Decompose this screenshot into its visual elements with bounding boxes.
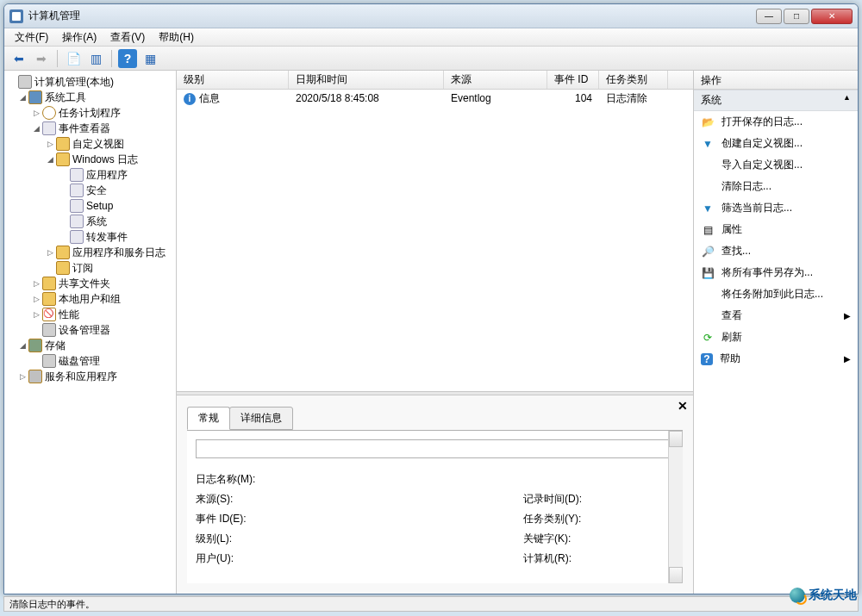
tree-storage[interactable]: ◢存储 bbox=[4, 338, 176, 353]
toggle-icon[interactable]: ◢ bbox=[46, 155, 54, 164]
action-refresh[interactable]: ⟳刷新 bbox=[694, 327, 858, 348]
tree-system-tools[interactable]: ◢系统工具 bbox=[4, 90, 176, 105]
help-icon: ? bbox=[701, 353, 713, 365]
action-find[interactable]: 🔎查找... bbox=[694, 240, 858, 262]
chevron-right-icon: ▶ bbox=[844, 311, 851, 320]
col-datetime[interactable]: 日期和时间 bbox=[289, 71, 444, 89]
col-level[interactable]: 级别 bbox=[177, 71, 289, 89]
action-attach-task[interactable]: 将任务附加到此日志... bbox=[694, 283, 858, 305]
show-hide-tree-button[interactable]: ▥ bbox=[86, 49, 105, 68]
tab-general[interactable]: 常规 bbox=[187, 407, 230, 430]
tree-disk-mgmt[interactable]: 磁盘管理 bbox=[4, 353, 176, 369]
action-create-custom-view[interactable]: ▼创建自定义视图... bbox=[694, 133, 858, 154]
tree-shared-folders[interactable]: ▷共享文件夹 bbox=[4, 276, 176, 291]
subscriptions-icon bbox=[56, 261, 70, 275]
log-icon bbox=[70, 230, 84, 244]
menubar: 文件(F) 操作(A) 查看(V) 帮助(H) bbox=[4, 28, 858, 47]
menu-file[interactable]: 文件(F) bbox=[8, 28, 55, 47]
center-panel: 级别 日期和时间 来源 事件 ID 任务类别 i信息 2020/5/18 8:4… bbox=[177, 71, 694, 594]
toggle-icon[interactable] bbox=[8, 78, 16, 86]
col-category[interactable]: 任务类别 bbox=[599, 71, 668, 89]
statusbar: 清除日志中的事件。 bbox=[3, 596, 859, 612]
tree-windows-logs[interactable]: ◢Windows 日志 bbox=[4, 152, 176, 167]
tree-subscriptions[interactable]: 订阅 bbox=[4, 260, 176, 276]
properties-button[interactable]: ▦ bbox=[141, 49, 159, 68]
description-box[interactable] bbox=[196, 439, 674, 458]
menu-view[interactable]: 查看(V) bbox=[103, 28, 152, 47]
blank-icon bbox=[701, 288, 715, 302]
tree-performance[interactable]: ▷性能 bbox=[4, 307, 176, 322]
action-view[interactable]: 查看▶ bbox=[694, 305, 858, 327]
field-source-logged: 来源(S):记录时间(D): bbox=[196, 492, 674, 507]
action-clear-log[interactable]: 清除日志... bbox=[694, 176, 858, 197]
help-button[interactable]: ? bbox=[118, 49, 137, 68]
cell-id: 104 bbox=[547, 91, 599, 105]
close-detail-button[interactable]: ✕ bbox=[678, 399, 688, 413]
log-icon bbox=[70, 168, 84, 182]
tree-log-security[interactable]: 安全 bbox=[4, 183, 176, 198]
minimize-button[interactable]: — bbox=[756, 9, 782, 24]
event-list[interactable]: 级别 日期和时间 来源 事件 ID 任务类别 i信息 2020/5/18 8:4… bbox=[177, 71, 693, 391]
toggle-icon[interactable]: ▷ bbox=[32, 109, 41, 117]
collapse-icon[interactable]: ▲ bbox=[843, 93, 851, 108]
computer-icon bbox=[18, 75, 32, 89]
actions-body: 系统▲ 📂打开保存的日志... ▼创建自定义视图... 导入自定义视图... 清… bbox=[694, 90, 858, 594]
cell-datetime: 2020/5/18 8:45:08 bbox=[289, 91, 444, 105]
menu-help[interactable]: 帮助(H) bbox=[152, 28, 201, 47]
tree-services-apps[interactable]: ▷服务和应用程序 bbox=[4, 369, 176, 384]
tree-log-application[interactable]: 应用程序 bbox=[4, 167, 176, 183]
up-button[interactable]: 📄 bbox=[64, 49, 83, 68]
action-filter-log[interactable]: ▼筛选当前日志... bbox=[694, 197, 858, 219]
field-level-keywords: 级别(L):关键字(K): bbox=[196, 532, 674, 546]
app-icon bbox=[9, 9, 23, 23]
tree-panel[interactable]: 计算机管理(本地) ◢系统工具 ▷任务计划程序 ◢事件查看器 ▷自定义视图 ◢W… bbox=[4, 71, 177, 594]
action-help[interactable]: ?帮助▶ bbox=[694, 348, 858, 370]
blank-icon bbox=[701, 180, 715, 194]
menu-action[interactable]: 操作(A) bbox=[55, 28, 103, 47]
toggle-icon[interactable]: ◢ bbox=[18, 341, 27, 350]
titlebar[interactable]: 计算机管理 — □ ✕ bbox=[4, 4, 858, 28]
toggle-icon[interactable]: ▷ bbox=[18, 372, 27, 381]
tree-custom-views[interactable]: ▷自定义视图 bbox=[4, 136, 176, 152]
tree-event-viewer[interactable]: ◢事件查看器 bbox=[4, 121, 176, 136]
action-properties[interactable]: ▤属性 bbox=[694, 219, 858, 240]
tree-task-scheduler[interactable]: ▷任务计划程序 bbox=[4, 105, 176, 121]
maximize-button[interactable]: □ bbox=[784, 9, 809, 24]
tree-log-forwarded[interactable]: 转发事件 bbox=[4, 229, 176, 245]
detail-panel: ✕ 常规 详细信息 日志名称(M): 来源(S):记录时间(D): 事件 ID(… bbox=[177, 395, 693, 594]
toggle-icon[interactable]: ▷ bbox=[32, 279, 41, 288]
toggle-icon[interactable]: ▷ bbox=[32, 295, 41, 303]
close-button[interactable]: ✕ bbox=[811, 9, 853, 24]
tree-app-service-logs[interactable]: ▷应用程序和服务日志 bbox=[4, 245, 176, 260]
toggle-icon[interactable]: ◢ bbox=[32, 124, 41, 133]
tree-log-setup[interactable]: Setup bbox=[4, 198, 176, 214]
tree-device-manager[interactable]: 设备管理器 bbox=[4, 322, 176, 338]
tree-local-users[interactable]: ▷本地用户和组 bbox=[4, 291, 176, 307]
tree-root[interactable]: 计算机管理(本地) bbox=[4, 74, 176, 90]
actions-group-header[interactable]: 系统▲ bbox=[694, 90, 858, 111]
col-event-id[interactable]: 事件 ID bbox=[547, 71, 599, 89]
forward-button[interactable]: ➡ bbox=[32, 49, 51, 68]
action-save-all[interactable]: 💾将所有事件另存为... bbox=[694, 262, 858, 283]
col-source[interactable]: 来源 bbox=[444, 71, 547, 89]
tree-log-system[interactable]: 系统 bbox=[4, 214, 176, 229]
log-icon bbox=[70, 199, 84, 213]
separator bbox=[111, 50, 112, 67]
action-open-saved-log[interactable]: 📂打开保存的日志... bbox=[694, 111, 858, 133]
actions-header: 操作 bbox=[694, 71, 858, 90]
action-import-custom-view[interactable]: 导入自定义视图... bbox=[694, 154, 858, 176]
info-icon: i bbox=[184, 93, 196, 105]
tab-details[interactable]: 详细信息 bbox=[229, 407, 293, 430]
field-log-name: 日志名称(M): bbox=[196, 472, 674, 487]
event-row[interactable]: i信息 2020/5/18 8:45:08 Eventlog 104 日志清除 bbox=[177, 90, 693, 107]
app-window: 计算机管理 — □ ✕ 文件(F) 操作(A) 查看(V) 帮助(H) ⬅ ➡ … bbox=[3, 3, 859, 594]
toggle-icon[interactable]: ◢ bbox=[18, 93, 27, 102]
detail-scrollbar[interactable] bbox=[668, 431, 683, 583]
main-body: 计算机管理(本地) ◢系统工具 ▷任务计划程序 ◢事件查看器 ▷自定义视图 ◢W… bbox=[4, 71, 858, 594]
back-button[interactable]: ⬅ bbox=[9, 49, 28, 68]
toggle-icon[interactable]: ▷ bbox=[32, 310, 41, 319]
toggle-icon[interactable]: ▷ bbox=[46, 248, 54, 257]
folder-open-icon: 📂 bbox=[701, 115, 715, 129]
toggle-icon[interactable]: ▷ bbox=[46, 140, 54, 148]
actions-panel: 操作 系统▲ 📂打开保存的日志... ▼创建自定义视图... 导入自定义视图..… bbox=[694, 71, 858, 594]
